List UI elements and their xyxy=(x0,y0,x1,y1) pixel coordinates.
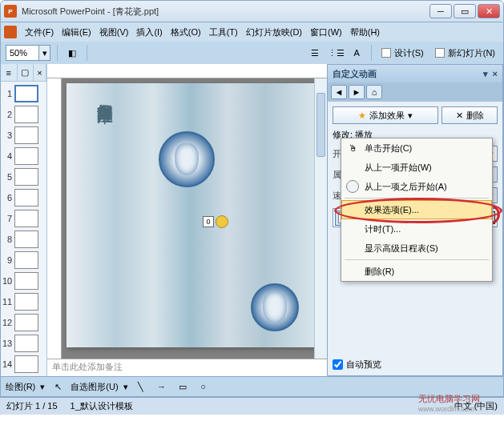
slide-thumbnail[interactable] xyxy=(14,293,38,311)
taskpane-close-icon[interactable]: × xyxy=(493,69,498,78)
vertical-ruler xyxy=(47,78,62,359)
nav-forward-icon[interactable]: ► xyxy=(349,85,365,99)
slide-thumbnail[interactable] xyxy=(14,106,38,123)
slides-tab[interactable]: ▢ xyxy=(18,64,34,81)
ctx-click-start[interactable]: 🖱单击开始(C) xyxy=(341,138,492,158)
menu-window[interactable]: 窗口(W) xyxy=(310,26,342,38)
menu-file[interactable]: 文件(F) xyxy=(25,26,54,38)
menu-format[interactable]: 格式(O) xyxy=(171,26,201,38)
notes-pane[interactable]: 单击此处添加备注 xyxy=(47,359,327,376)
vertical-scrollbar[interactable] xyxy=(314,78,327,359)
draw-menu[interactable]: 绘图(R) xyxy=(6,381,35,393)
thumb-row[interactable]: 8 xyxy=(2,231,45,248)
taskpane-nav: ◄ ► ⌂ xyxy=(328,82,502,102)
menu-view[interactable]: 视图(V) xyxy=(99,26,129,38)
thumb-row[interactable]: 4 xyxy=(2,147,45,165)
vase-image-2[interactable] xyxy=(251,283,299,331)
slide-thumbnail[interactable] xyxy=(14,189,38,206)
thumb-row[interactable]: 5 xyxy=(2,168,45,186)
numbering-icon[interactable]: ⋮☰ xyxy=(328,45,344,61)
line-icon[interactable]: ╲ xyxy=(133,379,149,395)
thumb-row[interactable]: 11 xyxy=(2,293,45,311)
separator xyxy=(87,45,87,61)
slide-thumbnail[interactable] xyxy=(14,126,38,144)
autoshape-menu[interactable]: 自选图形(U) xyxy=(71,381,118,393)
thumb-number: 7 xyxy=(2,214,12,223)
vase-image-1[interactable] xyxy=(159,131,215,187)
thumb-row[interactable]: 9 xyxy=(2,251,45,269)
thumb-row[interactable]: 10 xyxy=(2,272,45,290)
pointer-icon[interactable]: ↖ xyxy=(50,379,66,395)
font-size-icon[interactable]: A xyxy=(349,45,365,61)
slide-canvas[interactable]: 炊烟袅袅升起 隔江千万里 0 xyxy=(67,83,315,347)
menu-help[interactable]: 帮助(H) xyxy=(350,26,380,38)
taskpane-title: 自定义动画 xyxy=(333,68,377,80)
design-button[interactable]: 设计(S) xyxy=(378,46,427,61)
scroll-thumb[interactable] xyxy=(317,93,325,157)
status-bar: 幻灯片 1 / 15 1_默认设计模板 中文 (中国) xyxy=(0,397,504,415)
thumb-row[interactable]: 14 xyxy=(2,355,45,373)
slide-thumbnail[interactable] xyxy=(14,272,38,290)
thumb-row[interactable]: 6 xyxy=(2,189,45,206)
ctx-after-previous[interactable]: 从上一项之后开始(A) xyxy=(341,177,492,196)
thumb-row[interactable]: 1 xyxy=(2,85,45,102)
ctx-show-timeline[interactable]: 显示高级日程表(S) xyxy=(341,239,492,258)
star-icon: ★ xyxy=(358,110,366,121)
ctx-delete[interactable]: 删除(R) xyxy=(341,262,492,281)
slide-thumbnail[interactable] xyxy=(14,355,38,373)
outline-tabs: ≡ ▢ × xyxy=(1,64,46,82)
slide-viewport[interactable]: 炊烟袅袅升起 隔江千万里 0 xyxy=(47,78,327,359)
thumb-number: 9 xyxy=(2,255,12,265)
close-button[interactable]: ✕ xyxy=(478,4,500,18)
horizontal-ruler xyxy=(47,64,327,78)
thumb-row[interactable]: 2 xyxy=(2,106,45,123)
ctx-timing[interactable]: 计时(T)... xyxy=(341,219,492,239)
slide-thumbnail[interactable] xyxy=(14,147,38,165)
auto-preview-checkbox[interactable] xyxy=(333,359,343,370)
clock-icon xyxy=(346,180,359,193)
nav-home-icon[interactable]: ⌂ xyxy=(366,85,382,99)
rect-icon[interactable]: ▭ xyxy=(175,379,191,395)
new-slide-button[interactable]: 新幻灯片(N) xyxy=(432,46,498,61)
bullets-icon[interactable]: ☰ xyxy=(307,45,323,61)
menu-tools[interactable]: 工具(T) xyxy=(209,26,238,38)
zoom-input[interactable] xyxy=(6,48,38,58)
ctx-with-previous[interactable]: 从上一项开始(W) xyxy=(341,158,492,177)
toolbar-button[interactable]: ◧ xyxy=(64,45,80,61)
nav-back-icon[interactable]: ◄ xyxy=(331,85,347,99)
slide-thumbnail[interactable] xyxy=(14,85,38,102)
status-slide: 幻灯片 1 / 15 xyxy=(6,400,58,412)
oval-icon[interactable]: ○ xyxy=(196,379,212,395)
maximize-button[interactable]: ▭ xyxy=(454,4,476,18)
thumb-row[interactable]: 7 xyxy=(2,210,45,227)
menu-insert[interactable]: 插入(I) xyxy=(136,26,162,38)
taskpane-dropdown-icon[interactable]: ▾ xyxy=(483,69,488,79)
minimize-button[interactable]: ─ xyxy=(429,4,452,18)
thumb-row[interactable]: 12 xyxy=(2,314,45,331)
remove-button[interactable]: ✕删除 xyxy=(442,106,498,124)
thumb-row[interactable]: 13 xyxy=(2,335,45,352)
zoom-dropdown-icon[interactable]: ▾ xyxy=(38,46,50,60)
slide-thumbnail[interactable] xyxy=(14,210,38,227)
thumb-row[interactable]: 3 xyxy=(2,126,45,144)
task-pane: 自定义动画 ▾ × ◄ ► ⌂ ★添加效果 ▾ ✕删除 修改: 播放 开始: 之… xyxy=(327,64,503,376)
slide-thumbnail[interactable] xyxy=(14,168,38,186)
outline-tab[interactable]: ≡ xyxy=(1,64,18,81)
marker-number: 0 xyxy=(203,216,214,227)
menu-slideshow[interactable]: 幻灯片放映(D) xyxy=(246,26,302,38)
zoom-combo[interactable]: ▾ xyxy=(6,45,50,61)
close-outline-icon[interactable]: × xyxy=(34,64,46,81)
arrow-icon[interactable]: → xyxy=(154,379,170,395)
menu-edit[interactable]: 编辑(E) xyxy=(62,26,91,38)
slide-thumbnail[interactable] xyxy=(14,231,38,248)
status-template: 1_默认设计模板 xyxy=(71,400,133,412)
slide-thumbnail[interactable] xyxy=(14,335,38,352)
slide-thumbnail[interactable] xyxy=(14,314,38,331)
slide-thumbnail[interactable] xyxy=(14,251,38,269)
status-lang: 中文 (中国) xyxy=(454,400,498,412)
window-buttons: ─ ▭ ✕ xyxy=(429,4,500,18)
ctx-effect-options[interactable]: 效果选项(E)... xyxy=(341,200,492,219)
thumb-number: 6 xyxy=(2,193,12,202)
animation-marker[interactable]: 0 xyxy=(203,215,228,228)
add-effect-button[interactable]: ★添加效果 ▾ xyxy=(333,106,438,124)
